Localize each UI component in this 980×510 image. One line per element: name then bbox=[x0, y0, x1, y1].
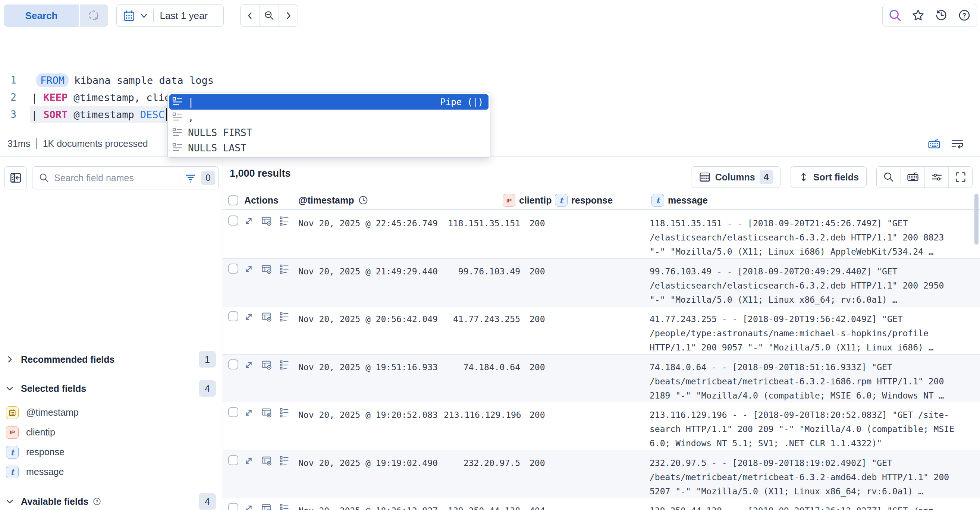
recent-history-icon[interactable] bbox=[934, 8, 948, 22]
response-cell[interactable]: 200 bbox=[520, 307, 650, 354]
timestamp-cell[interactable]: Nov 20, 2025 @ 20:56:42.049 bbox=[298, 307, 444, 354]
clientip-cell[interactable]: 213.116.129.196 bbox=[444, 402, 520, 450]
expand-document-icon[interactable] bbox=[243, 359, 255, 371]
timestamp-cell[interactable]: Nov 20, 2025 @ 22:45:26.749 bbox=[298, 211, 444, 258]
view-details-icon[interactable] bbox=[279, 216, 291, 227]
timestamp-cell[interactable]: Nov 20, 2025 @ 18:36:12.827 bbox=[298, 498, 444, 510]
timestamp-cell[interactable]: Nov 20, 2025 @ 21:49:29.440 bbox=[298, 259, 444, 307]
keyword-from: FROM bbox=[36, 73, 68, 87]
field-item[interactable]: IP clientip bbox=[6, 423, 216, 442]
row-checkbox[interactable] bbox=[228, 359, 238, 369]
table-row: Nov 20, 2025 @ 18:36:12.827 139.250.44.1… bbox=[223, 498, 980, 510]
clientip-cell[interactable]: 139.250.44.138 bbox=[444, 498, 520, 510]
toggle-column-in-table-icon[interactable] bbox=[261, 216, 273, 227]
expand-document-icon[interactable] bbox=[243, 503, 255, 510]
message-header[interactable]: t message bbox=[651, 191, 708, 209]
search-in-grid-icon[interactable] bbox=[877, 167, 900, 187]
response-cell[interactable]: 404 bbox=[520, 498, 650, 510]
ip-token-icon: IP bbox=[6, 426, 19, 439]
message-cell[interactable]: 74.184.0.64 - - [2018-09-20T18:51:16.933… bbox=[650, 354, 980, 402]
clientip-cell[interactable]: 232.20.97.5 bbox=[444, 450, 520, 498]
message-cell[interactable]: 232.20.97.5 - - [2018-09-20T18:19:02.490… bbox=[650, 450, 980, 498]
available-fields-help-icon[interactable]: ? bbox=[92, 497, 102, 506]
date-picker[interactable]: Last 1 year bbox=[116, 5, 224, 27]
message-cell[interactable]: 139.250.44.138 - - [2018-09-20T17:36:12.… bbox=[650, 498, 980, 510]
row-checkbox[interactable] bbox=[228, 311, 238, 321]
message-cell[interactable]: 41.77.243.255 - - [2018-09-20T19:56:42.0… bbox=[650, 307, 980, 354]
timestamp-cell[interactable]: Nov 20, 2025 @ 19:51:16.933 bbox=[298, 354, 444, 402]
toggle-column-in-table-icon[interactable] bbox=[261, 264, 273, 275]
autocomplete-item[interactable]: NULLS LAST bbox=[169, 140, 488, 156]
filter-fields-icon[interactable] bbox=[185, 172, 197, 184]
zoom-out-time-button[interactable] bbox=[259, 5, 278, 27]
expand-document-icon[interactable] bbox=[243, 407, 255, 419]
recommended-fields-section[interactable]: Recommended fields 1 bbox=[5, 352, 216, 367]
response-cell[interactable]: 200 bbox=[520, 211, 650, 258]
view-details-icon[interactable] bbox=[279, 264, 291, 275]
clientip-cell[interactable]: 118.151.35.151 bbox=[444, 211, 520, 258]
collapse-sidebar-button[interactable] bbox=[5, 166, 27, 189]
vertical-scrollbar[interactable] bbox=[974, 194, 978, 245]
available-fields-section[interactable]: Available fields ? 4 bbox=[5, 494, 216, 509]
previous-time-button[interactable] bbox=[240, 5, 259, 27]
response-cell[interactable]: 200 bbox=[520, 259, 650, 307]
row-checkbox[interactable] bbox=[228, 407, 238, 417]
clientip-header[interactable]: IP clientip bbox=[503, 191, 552, 209]
autocomplete-item[interactable]: | Pipe (|) bbox=[169, 94, 488, 110]
favorites-star-icon[interactable] bbox=[911, 8, 925, 22]
display-options-icon[interactable] bbox=[924, 167, 948, 187]
view-details-icon[interactable] bbox=[279, 503, 291, 510]
sort-fields-button[interactable]: Sort fields bbox=[791, 166, 867, 188]
timestamp-header[interactable]: @timestamp bbox=[298, 191, 369, 209]
expand-document-icon[interactable] bbox=[243, 264, 255, 275]
timestamp-cell[interactable]: Nov 20, 2025 @ 19:20:52.083 bbox=[298, 402, 444, 450]
help-icon[interactable]: ? bbox=[957, 8, 971, 22]
toggle-column-in-table-icon[interactable] bbox=[261, 359, 273, 371]
view-details-icon[interactable] bbox=[279, 311, 291, 323]
refresh-button[interactable] bbox=[80, 5, 108, 27]
keyboard-icon[interactable] bbox=[900, 167, 924, 187]
clientip-cell[interactable]: 74.184.0.64 bbox=[444, 354, 520, 402]
columns-button[interactable]: Columns 4 bbox=[691, 166, 781, 188]
next-time-button[interactable] bbox=[278, 5, 298, 27]
autocomplete-item[interactable]: NULLS FIRST bbox=[169, 125, 488, 140]
view-details-icon[interactable] bbox=[279, 407, 291, 419]
clientip-cell[interactable]: 99.76.103.49 bbox=[444, 259, 520, 307]
view-details-icon[interactable] bbox=[279, 455, 291, 467]
row-checkbox[interactable] bbox=[228, 216, 238, 226]
message-cell[interactable]: 118.151.35.151 - - [2018-09-20T21:45:26.… bbox=[650, 211, 980, 258]
expand-document-icon[interactable] bbox=[243, 455, 255, 467]
fullscreen-icon[interactable] bbox=[948, 167, 972, 187]
view-details-icon[interactable] bbox=[279, 359, 291, 371]
message-cell[interactable]: 213.116.129.196 - - [2018-09-20T18:20:52… bbox=[650, 402, 980, 450]
response-header[interactable]: t response bbox=[555, 191, 612, 209]
message-cell[interactable]: 99.76.103.49 - - [2018-09-20T20:49:29.44… bbox=[650, 259, 980, 307]
global-search-icon[interactable] bbox=[888, 8, 902, 22]
keyboard-shortcuts-icon[interactable] bbox=[928, 138, 940, 151]
expand-document-icon[interactable] bbox=[243, 216, 255, 227]
select-all-checkbox[interactable] bbox=[228, 195, 238, 205]
field-search-input[interactable] bbox=[54, 173, 177, 183]
row-checkbox[interactable] bbox=[228, 503, 238, 510]
field-item[interactable]: @timestamp bbox=[6, 403, 216, 423]
expand-document-icon[interactable] bbox=[243, 311, 255, 323]
wrap-lines-icon[interactable] bbox=[951, 138, 964, 151]
row-checkbox[interactable] bbox=[228, 264, 238, 274]
row-checkbox[interactable] bbox=[228, 455, 238, 465]
documents-processed: 1K documents processed bbox=[43, 138, 148, 149]
field-item[interactable]: t message bbox=[6, 462, 216, 481]
timestamp-cell[interactable]: Nov 20, 2025 @ 19:19:02.490 bbox=[298, 450, 444, 498]
selected-fields-section[interactable]: Selected fields 4 bbox=[5, 381, 216, 396]
search-submit-button[interactable]: Search bbox=[4, 5, 79, 27]
autocomplete-item[interactable]: , bbox=[169, 110, 488, 125]
clientip-cell[interactable]: 41.77.243.255 bbox=[444, 307, 520, 354]
response-cell[interactable]: 200 bbox=[520, 402, 650, 450]
toggle-column-in-table-icon[interactable] bbox=[261, 455, 273, 467]
response-cell[interactable]: 200 bbox=[520, 354, 650, 402]
response-cell[interactable]: 200 bbox=[520, 450, 650, 498]
discover-app: Search bbox=[0, 0, 980, 510]
toggle-column-in-table-icon[interactable] bbox=[261, 311, 273, 323]
toggle-column-in-table-icon[interactable] bbox=[261, 407, 273, 419]
field-item[interactable]: t response bbox=[6, 442, 216, 462]
toggle-column-in-table-icon[interactable] bbox=[261, 503, 273, 510]
